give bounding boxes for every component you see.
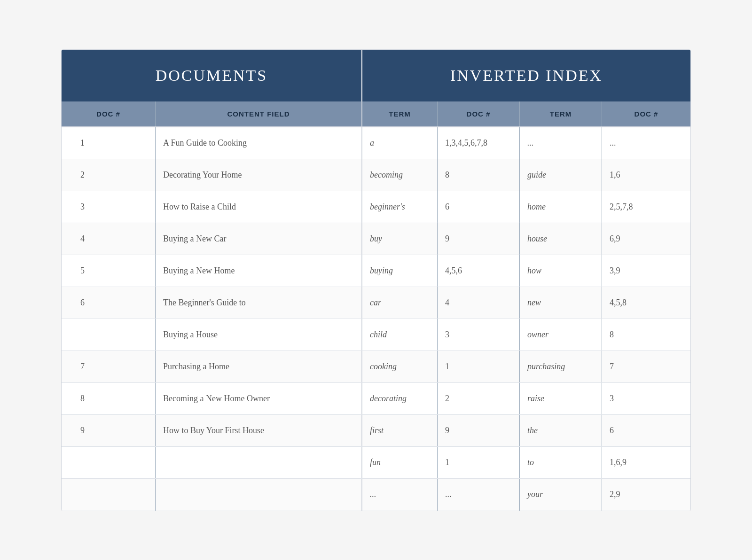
cell-content-field: Purchasing a Home bbox=[156, 351, 362, 382]
cell-doc-num-mid: 1 bbox=[438, 447, 520, 478]
cell-term-1: becoming bbox=[362, 159, 438, 191]
cell-content-field: How to Raise a Child bbox=[156, 191, 362, 223]
cell-doc-num-left bbox=[62, 479, 156, 511]
cell-doc-num-left: 2 bbox=[62, 159, 156, 191]
col-header-term-2: TERM bbox=[520, 101, 602, 126]
cell-doc-num-left: 6 bbox=[62, 287, 156, 319]
cell-term-1: beginner's bbox=[362, 191, 438, 223]
documents-header: DOCUMENTS bbox=[62, 50, 362, 101]
table-row: 5 Buying a New Home buying 4,5,6 how 3,9 bbox=[62, 255, 690, 287]
cell-term-2: purchasing bbox=[520, 351, 602, 382]
cell-doc-num-right: 8 bbox=[602, 319, 690, 350]
cell-doc-num-left: 3 bbox=[62, 191, 156, 223]
cell-term-2: the bbox=[520, 415, 602, 446]
subheader-row: DOC # CONTENT FIELD TERM DOC # TERM DOC … bbox=[62, 101, 690, 127]
cell-doc-num-right: 1,6 bbox=[602, 159, 690, 191]
cell-term-2: owner bbox=[520, 319, 602, 350]
header-row: DOCUMENTS INVERTED INDEX bbox=[62, 50, 690, 101]
cell-doc-num-right: 4,5,8 bbox=[602, 287, 690, 319]
cell-doc-num-left: 1 bbox=[62, 127, 156, 159]
col-header-content-field: CONTENT FIELD bbox=[156, 101, 362, 126]
cell-term-1: ... bbox=[362, 479, 438, 511]
cell-doc-num-mid: 4 bbox=[438, 287, 520, 319]
cell-term-2: ... bbox=[520, 127, 602, 159]
cell-term-1: buying bbox=[362, 255, 438, 287]
table-row: 4 Buying a New Car buy 9 house 6,9 bbox=[62, 223, 690, 255]
cell-doc-num-left: 9 bbox=[62, 415, 156, 446]
cell-doc-num-mid: 2 bbox=[438, 383, 520, 414]
inverted-index-title: INVERTED INDEX bbox=[450, 67, 603, 84]
cell-doc-num-mid: 3 bbox=[438, 319, 520, 350]
cell-content-field: Buying a New Home bbox=[156, 255, 362, 287]
cell-doc-num-left: 5 bbox=[62, 255, 156, 287]
table-row: 9 How to Buy Your First House first 9 th… bbox=[62, 415, 690, 447]
cell-doc-num-mid: 9 bbox=[438, 415, 520, 446]
cell-term-1: decorating bbox=[362, 383, 438, 414]
cell-term-2: house bbox=[520, 223, 602, 255]
cell-doc-num-right: ... bbox=[602, 127, 690, 159]
table-row: Buying a House child 3 owner 8 bbox=[62, 319, 690, 351]
data-rows: 1 A Fun Guide to Cooking a 1,3,4,5,6,7,8… bbox=[62, 127, 690, 511]
cell-term-2: your bbox=[520, 479, 602, 511]
cell-term-1: car bbox=[362, 287, 438, 319]
cell-term-1: buy bbox=[362, 223, 438, 255]
documents-title: DOCUMENTS bbox=[156, 67, 268, 84]
table-row: 8 Becoming a New Home Owner decorating 2… bbox=[62, 383, 690, 415]
cell-doc-num-left: 4 bbox=[62, 223, 156, 255]
col-header-term-1: TERM bbox=[362, 101, 438, 126]
cell-doc-num-right: 3,9 bbox=[602, 255, 690, 287]
cell-doc-num-mid: 4,5,6 bbox=[438, 255, 520, 287]
cell-doc-num-mid: 6 bbox=[438, 191, 520, 223]
cell-doc-num-mid: 9 bbox=[438, 223, 520, 255]
cell-term-1: child bbox=[362, 319, 438, 350]
table-row: fun 1 to 1,6,9 bbox=[62, 447, 690, 479]
cell-doc-num-mid: 8 bbox=[438, 159, 520, 191]
inverted-index-header: INVERTED INDEX bbox=[362, 50, 690, 101]
cell-content-field bbox=[156, 447, 362, 478]
cell-term-1: a bbox=[362, 127, 438, 159]
col-header-doc-num-right: DOC # bbox=[602, 101, 690, 126]
cell-content-field: Buying a New Car bbox=[156, 223, 362, 255]
cell-content-field: How to Buy Your First House bbox=[156, 415, 362, 446]
cell-content-field: Decorating Your Home bbox=[156, 159, 362, 191]
cell-doc-num-left: 8 bbox=[62, 383, 156, 414]
cell-content-field: Buying a House bbox=[156, 319, 362, 350]
cell-term-2: raise bbox=[520, 383, 602, 414]
cell-term-2: new bbox=[520, 287, 602, 319]
table-row: 7 Purchasing a Home cooking 1 purchasing… bbox=[62, 351, 690, 383]
main-table: DOCUMENTS INVERTED INDEX DOC # CONTENT F… bbox=[61, 49, 691, 511]
cell-doc-num-right: 6,9 bbox=[602, 223, 690, 255]
cell-doc-num-left bbox=[62, 319, 156, 350]
cell-doc-num-right: 2,9 bbox=[602, 479, 690, 511]
cell-doc-num-mid: ... bbox=[438, 479, 520, 511]
cell-doc-num-right: 1,6,9 bbox=[602, 447, 690, 478]
cell-content-field: The Beginner's Guide to bbox=[156, 287, 362, 319]
cell-term-1: fun bbox=[362, 447, 438, 478]
col-header-doc-num-left: DOC # bbox=[62, 101, 156, 126]
cell-content-field: A Fun Guide to Cooking bbox=[156, 127, 362, 159]
cell-term-2: home bbox=[520, 191, 602, 223]
cell-content-field: Becoming a New Home Owner bbox=[156, 383, 362, 414]
cell-doc-num-right: 7 bbox=[602, 351, 690, 382]
cell-term-1: cooking bbox=[362, 351, 438, 382]
cell-doc-num-right: 6 bbox=[602, 415, 690, 446]
cell-doc-num-mid: 1,3,4,5,6,7,8 bbox=[438, 127, 520, 159]
cell-term-2: how bbox=[520, 255, 602, 287]
table-row: 1 A Fun Guide to Cooking a 1,3,4,5,6,7,8… bbox=[62, 127, 690, 159]
cell-term-2: to bbox=[520, 447, 602, 478]
table-row: 3 How to Raise a Child beginner's 6 home… bbox=[62, 191, 690, 223]
cell-term-1: first bbox=[362, 415, 438, 446]
cell-doc-num-mid: 1 bbox=[438, 351, 520, 382]
cell-content-field bbox=[156, 479, 362, 511]
cell-doc-num-left: 7 bbox=[62, 351, 156, 382]
cell-term-2: guide bbox=[520, 159, 602, 191]
table-row: 2 Decorating Your Home becoming 8 guide … bbox=[62, 159, 690, 191]
table-row: ... ... your 2,9 bbox=[62, 479, 690, 511]
cell-doc-num-left bbox=[62, 447, 156, 478]
col-header-doc-num-mid: DOC # bbox=[438, 101, 520, 126]
table-row: 6 The Beginner's Guide to car 4 new 4,5,… bbox=[62, 287, 690, 319]
cell-doc-num-right: 2,5,7,8 bbox=[602, 191, 690, 223]
cell-doc-num-right: 3 bbox=[602, 383, 690, 414]
